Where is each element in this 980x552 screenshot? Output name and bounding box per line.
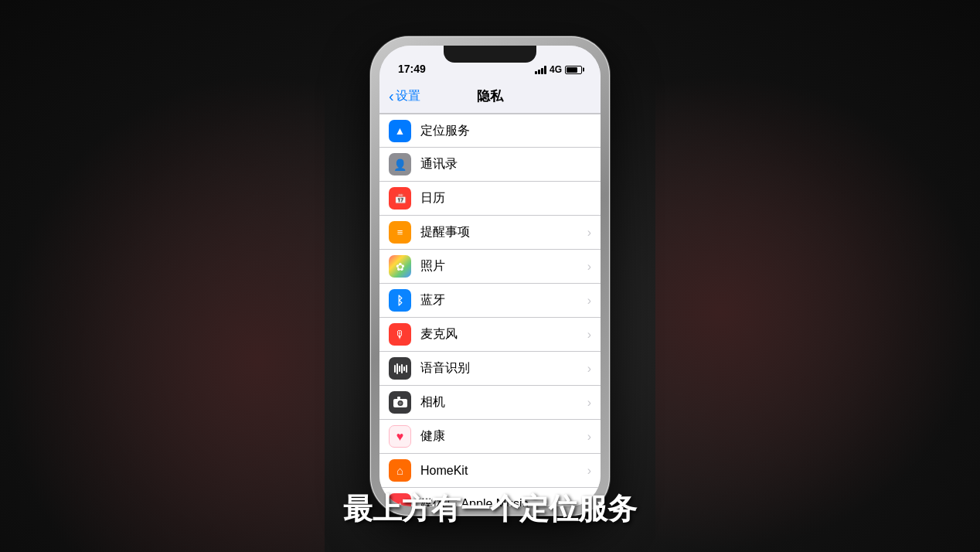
speech-recognition-icon <box>389 357 411 380</box>
list-item-photos[interactable]: ✿ 照片 › <box>379 250 601 284</box>
back-button[interactable]: ‹ 设置 <box>389 88 420 104</box>
speech-label: 语音识别 <box>420 360 583 377</box>
svg-rect-9 <box>397 397 400 399</box>
settings-list[interactable]: ▲ 定位服务 👤 通讯录 📅 日历 <box>379 114 601 506</box>
page-title: 隐私 <box>477 87 503 105</box>
bluetooth-icon: ᛒ <box>389 289 411 312</box>
list-item-camera[interactable]: 相机 › <box>379 386 601 420</box>
calendar-icon: 📅 <box>389 187 411 210</box>
signal-bar-2 <box>538 70 540 74</box>
homekit-label: HomeKit <box>420 464 583 478</box>
list-item-homekit[interactable]: ⌂ HomeKit › <box>379 454 601 488</box>
subtitle-text: 最上方有一个定位服务 <box>343 489 637 529</box>
contacts-label: 通讯录 <box>420 156 591 172</box>
location-icon: ▲ <box>389 120 411 142</box>
svg-rect-4 <box>403 366 405 371</box>
list-item-speech[interactable]: 语音识别 › <box>379 352 601 386</box>
camera-chevron-icon: › <box>587 396 591 410</box>
signal-bars-icon <box>535 66 546 74</box>
privacy-section: ▲ 定位服务 👤 通讯录 📅 日历 <box>379 114 601 506</box>
phone-wrapper: 17:49 4G ‹ 设 <box>370 36 610 516</box>
camera-label: 相机 <box>420 394 583 411</box>
back-label: 设置 <box>396 88 420 104</box>
svg-rect-0 <box>394 365 396 373</box>
photos-label: 照片 <box>420 258 583 274</box>
calendar-label: 日历 <box>420 190 591 206</box>
phone-screen: 17:49 4G ‹ 设 <box>379 46 601 506</box>
navigation-bar: ‹ 设置 隐私 <box>379 80 601 114</box>
phone-notch <box>444 46 536 63</box>
battery-icon <box>565 66 582 74</box>
back-chevron-icon: ‹ <box>389 88 394 104</box>
list-item-reminders[interactable]: ≡ 提醒事项 › <box>379 216 601 250</box>
camera-icon <box>389 391 411 414</box>
speech-chevron-icon: › <box>587 362 591 376</box>
bluetooth-label: 蓝牙 <box>420 292 583 308</box>
svg-point-8 <box>399 402 402 405</box>
list-item-calendar[interactable]: 📅 日历 <box>379 182 601 216</box>
list-item-contacts[interactable]: 👤 通讯录 <box>379 148 601 182</box>
photos-icon: ✿ <box>389 255 411 278</box>
list-item-health[interactable]: ♥ 健康 › <box>379 420 601 454</box>
list-item-location[interactable]: ▲ 定位服务 <box>379 114 601 148</box>
reminders-chevron-icon: › <box>587 226 591 240</box>
microphone-icon: 🎙 <box>389 323 411 346</box>
battery-fill <box>567 67 577 73</box>
signal-bar-1 <box>535 71 537 74</box>
location-label: 定位服务 <box>420 123 591 139</box>
health-label: 健康 <box>420 428 583 445</box>
microphone-label: 麦克风 <box>420 326 583 342</box>
svg-rect-1 <box>396 363 398 374</box>
contacts-icon: 👤 <box>389 153 411 175</box>
list-item-microphone[interactable]: 🎙 麦克风 › <box>379 318 601 352</box>
reminders-icon: ≡ <box>389 221 411 244</box>
svg-rect-3 <box>401 364 403 373</box>
health-icon: ♥ <box>389 425 411 448</box>
svg-rect-2 <box>399 366 400 372</box>
photos-chevron-icon: › <box>587 260 591 274</box>
microphone-chevron-icon: › <box>587 328 591 342</box>
network-type: 4G <box>550 64 562 75</box>
phone-frame: 17:49 4G ‹ 设 <box>370 36 610 516</box>
status-time: 17:49 <box>398 63 426 75</box>
homekit-icon: ⌂ <box>389 459 411 482</box>
list-item-bluetooth[interactable]: ᛒ 蓝牙 › <box>379 284 601 318</box>
svg-rect-5 <box>406 365 407 373</box>
status-icons: 4G <box>535 64 582 75</box>
health-chevron-icon: › <box>587 430 591 444</box>
signal-bar-3 <box>541 68 543 74</box>
reminders-label: 提醒事项 <box>420 224 583 240</box>
homekit-chevron-icon: › <box>587 464 591 478</box>
signal-bar-4 <box>544 66 546 74</box>
bluetooth-chevron-icon: › <box>587 294 591 308</box>
